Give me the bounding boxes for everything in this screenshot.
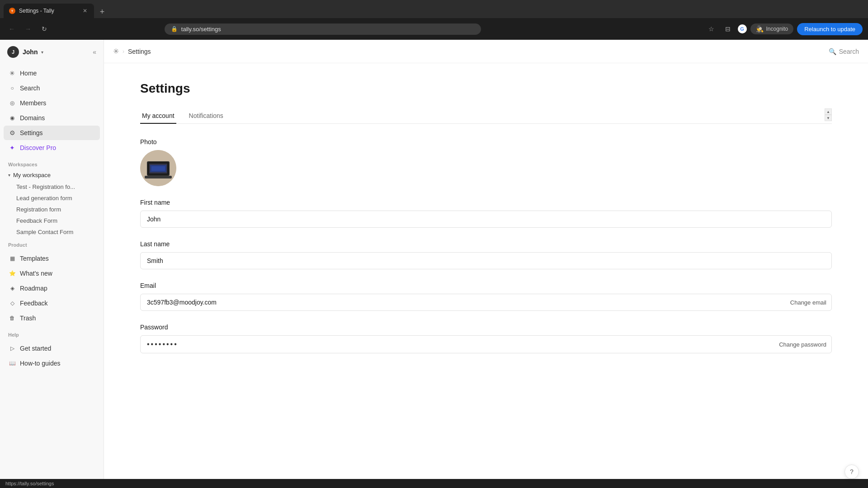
sidebar-item-how-to-guides[interactable]: 📖 How-to guides [4,356,100,371]
first-name-input[interactable] [140,211,832,228]
scroll-down-button[interactable]: ▼ [825,115,832,121]
sidebar-label-templates: Templates [20,255,49,262]
password-dots: •••••••• [147,340,178,348]
sidebar-label-home: Home [20,70,37,77]
email-input-row: Change email [140,294,832,311]
tab-title: Settings - Tally [19,8,54,14]
feedback-icon: ◇ [8,299,16,307]
collapse-sidebar-button[interactable]: « [93,48,96,56]
change-email-button[interactable]: Change email [790,299,826,306]
main-content: ✳ › Settings 🔍 Search Settings My accoun… [104,40,868,479]
tab-notifications[interactable]: Notifications [187,108,225,124]
settings-tabs: My account Notifications ▲ ▼ [140,108,832,124]
home-icon: ✳ [8,69,16,77]
tab-close-button[interactable]: ✕ [81,7,89,14]
sidebar-nav: ✳ Home ○ Search ◎ Members ◉ Domains ⚙ Se… [0,64,104,157]
search-label: Search [839,48,859,55]
browser-actions: ☆ ⊟ G 🕵 Incognito Relaunch to update [705,23,863,35]
workspace-name: My workspace [13,172,51,178]
search-icon: 🔍 [829,48,836,55]
sidebar-label-feedback: Feedback [20,300,47,307]
breadcrumb-home-icon[interactable]: ✳ [113,47,119,56]
workspace-item-lead-generation[interactable]: Lead generation form [13,192,100,204]
workspace-item-registration[interactable]: Registration form [13,204,100,215]
sidebar-item-settings[interactable]: ⚙ Settings [4,126,100,140]
help-fab-button[interactable]: ? [844,465,859,479]
user-info[interactable]: J John ▾ [7,46,43,58]
breadcrumb-separator: › [123,48,124,55]
status-bar: https://tally.so/settings [0,479,868,488]
breadcrumb: ✳ › Settings [113,47,151,56]
workspace-header[interactable]: ▾ My workspace [4,169,100,181]
reload-button[interactable]: ↻ [38,23,51,35]
last-name-input[interactable] [140,252,832,269]
sidebar-item-members[interactable]: ◎ Members [4,96,100,110]
tab-bar: T Settings - Tally ✕ + [0,0,868,18]
workspaces-section-label: Workspaces [0,157,104,169]
sidebar-label-settings: Settings [20,129,43,136]
back-button[interactable]: ← [5,23,18,35]
sidebar-item-discover-pro[interactable]: ✦ Discover Pro [4,141,100,155]
sidebar-item-whats-new[interactable]: ⭐ What's new [4,266,100,281]
settings-icon: ⚙ [8,129,16,137]
first-name-label: First name [140,199,832,206]
user-name: John [23,48,38,56]
url-text: tally.so/settings [181,26,221,33]
sidebar-label-roadmap: Roadmap [20,285,47,292]
sidebar-label-search: Search [20,84,40,92]
url-bar[interactable]: 🔒 tally.so/settings [165,23,481,35]
templates-icon: ▦ [8,254,16,263]
help-nav: ▷ Get started 📖 How-to guides [0,339,104,373]
active-tab[interactable]: T Settings - Tally ✕ [4,4,94,18]
sidebar-item-feedback[interactable]: ◇ Feedback [4,296,100,310]
workspace-item-test-registration[interactable]: Test - Registration fo... [13,181,100,192]
avatar: J [7,46,19,58]
bookmark-button[interactable]: ☆ [705,23,718,35]
scroll-arrows: ▲ ▼ [825,108,832,121]
domains-icon: ◉ [8,114,16,122]
tab-my-account[interactable]: My account [140,108,176,124]
scroll-up-button[interactable]: ▲ [825,108,832,115]
top-bar: ✳ › Settings 🔍 Search [104,40,868,63]
workspace-items: Test - Registration fo... Lead generatio… [0,181,104,238]
search-button[interactable]: 🔍 Search [829,48,859,55]
email-input[interactable] [140,294,832,311]
sidebar-item-domains[interactable]: ◉ Domains [4,111,100,125]
address-bar: ← → ↻ 🔒 tally.so/settings ☆ ⊟ G 🕵 Incogn… [0,18,868,40]
sidebar-item-roadmap[interactable]: ◈ Roadmap [4,281,100,296]
how-to-guides-icon: 📖 [8,359,16,367]
workspace-chevron-icon: ▾ [8,173,10,178]
settings-content: Settings My account Notifications ▲ ▼ Ph… [104,63,868,479]
photo-section: Photo [140,138,832,186]
search-icon: ○ [8,84,16,92]
relaunch-button[interactable]: Relaunch to update [797,23,863,35]
sidebar-item-get-started[interactable]: ▷ Get started [4,341,100,356]
google-account-icon[interactable]: G [738,24,747,33]
change-password-button[interactable]: Change password [779,341,826,348]
sidebar-item-search[interactable]: ○ Search [4,81,100,95]
last-name-section: Last name [140,240,832,269]
sidebar-label-how-to-guides: How-to guides [20,360,61,367]
incognito-badge: 🕵 Incognito [750,23,794,34]
product-nav: ▦ Templates ⭐ What's new ◈ Roadmap ◇ Fee… [0,249,104,328]
forward-button[interactable]: → [22,23,34,35]
breadcrumb-current: Settings [128,48,151,55]
incognito-icon: 🕵 [756,25,764,33]
sidebar-item-trash[interactable]: 🗑 Trash [4,311,100,325]
user-photo[interactable] [140,150,176,186]
sidebar-item-templates[interactable]: ▦ Templates [4,251,100,266]
workspace-item-feedback-form[interactable]: Feedback Form [13,215,100,226]
first-name-section: First name [140,199,832,228]
get-started-icon: ▷ [8,344,16,352]
sidebar: J John ▾ « ✳ Home ○ Search ◎ Members ◉ D… [0,40,104,479]
sidebar-item-home[interactable]: ✳ Home [4,66,100,80]
password-display: •••••••• [140,335,832,353]
password-section: Password •••••••• Change password [140,324,832,353]
password-label: Password [140,324,832,331]
new-tab-button[interactable]: + [96,5,108,18]
sidebar-label-whats-new: What's new [20,270,52,277]
lock-icon: 🔒 [171,26,178,32]
roadmap-icon: ◈ [8,284,16,292]
split-view-button[interactable]: ⊟ [722,23,734,35]
workspace-item-sample-contact[interactable]: Sample Contact Form [13,226,100,238]
